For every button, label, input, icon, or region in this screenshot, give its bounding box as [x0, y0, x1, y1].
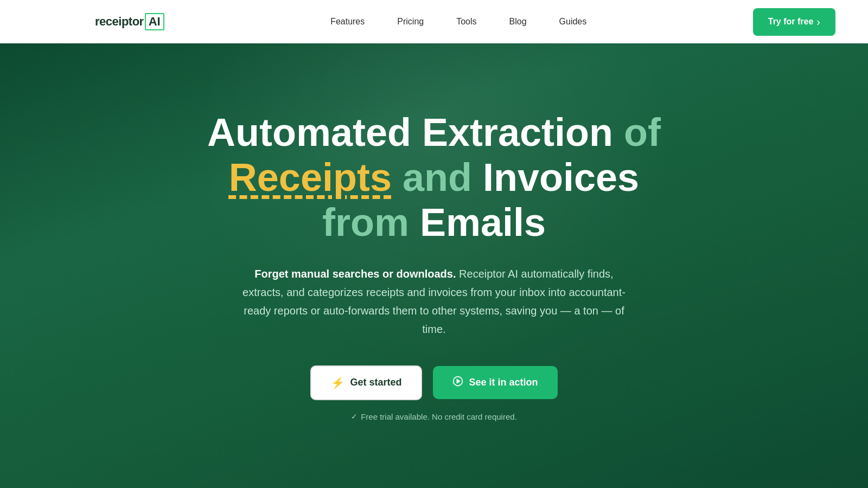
main-nav: Features Pricing Tools Blog Guides: [330, 17, 586, 27]
site-header: receiptor AI Features Pricing Tools Blog…: [0, 0, 868, 43]
title-of: of: [624, 111, 661, 154]
title-receipts: Receipts: [229, 156, 392, 199]
logo-bracket: AI: [145, 13, 164, 30]
hero-desc-bold: Forget manual searches or downloads.: [254, 268, 456, 280]
hero-content: Automated Extraction of Receipts and Inv…: [207, 110, 661, 421]
logo-ai-text: AI: [149, 15, 161, 29]
nav-item-blog[interactable]: Blog: [509, 17, 527, 27]
title-invoices: Invoices: [483, 156, 639, 199]
title-and-word: and: [403, 156, 472, 199]
hero-section: Automated Extraction of Receipts and Inv…: [0, 43, 868, 488]
title-from: from: [322, 201, 409, 244]
play-icon: [452, 376, 463, 389]
nav-item-features[interactable]: Features: [330, 17, 365, 27]
hero-title: Automated Extraction of Receipts and Inv…: [207, 110, 661, 245]
svg-marker-1: [457, 380, 460, 383]
title-automated-extraction: Automated Extraction: [207, 111, 613, 154]
nav-item-tools[interactable]: Tools: [456, 17, 476, 27]
nav-item-guides[interactable]: Guides: [559, 17, 587, 27]
see-it-in-action-button[interactable]: See it in action: [433, 366, 557, 399]
title-emails: Emails: [420, 201, 546, 244]
try-for-free-button[interactable]: Try for free: [753, 8, 835, 36]
checkmark-icon: ✓: [351, 412, 358, 421]
logo[interactable]: receiptor AI: [95, 13, 164, 30]
lightning-icon: ⚡: [331, 376, 344, 389]
get-started-button[interactable]: ⚡ Get started: [310, 365, 422, 400]
see-action-label: See it in action: [469, 377, 538, 388]
get-started-label: Get started: [350, 377, 401, 388]
hero-note-text: Free trial available. No credit card req…: [361, 412, 517, 421]
hero-description: Forget manual searches or downloads. Rec…: [233, 265, 635, 338]
hero-note: ✓ Free trial available. No credit card r…: [207, 412, 661, 421]
logo-text: receiptor: [95, 15, 144, 29]
hero-buttons: ⚡ Get started See it in action: [207, 365, 661, 400]
nav-item-pricing[interactable]: Pricing: [397, 17, 424, 27]
